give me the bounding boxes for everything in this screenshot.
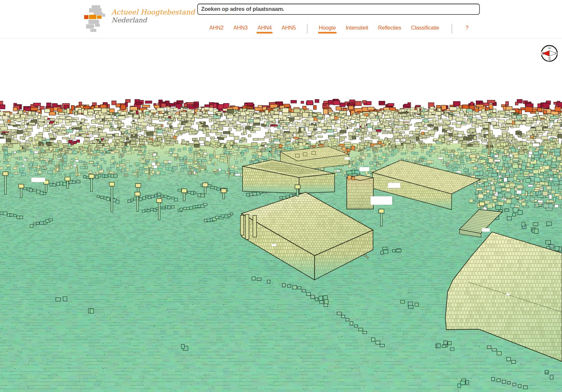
compass-label-e: E	[548, 47, 552, 49]
logo-text: Actueel Hoogtebestand Nederland	[111, 9, 195, 24]
tab-reflecties[interactable]: Reflecties	[378, 25, 401, 33]
tab-ahn4[interactable]: AHN4	[257, 25, 271, 33]
tab-ahn3[interactable]: AHN3	[233, 25, 247, 33]
logo-title: Actueel Hoogtebestand	[111, 9, 195, 16]
compass-needle-south	[550, 51, 557, 56]
compass-label-w: W	[548, 57, 552, 61]
main-nav: AHN2 AHN3 AHN4 AHN5 Hoogte Intensiteit R…	[209, 24, 468, 34]
nl-map-icon	[83, 4, 109, 34]
logo-subtitle: Nederland	[111, 16, 195, 24]
tab-ahn5[interactable]: AHN5	[282, 25, 296, 33]
app-header: Actueel Hoogtebestand Nederland AHN2 AHN…	[0, 0, 562, 38]
compass-needle-north	[542, 51, 550, 56]
nav-separator	[307, 24, 308, 34]
help-button[interactable]: ?	[465, 25, 468, 33]
pointcloud-canvas[interactable]	[0, 38, 562, 392]
tab-ahn2[interactable]: AHN2	[209, 25, 223, 33]
tab-classificatie[interactable]: Classificatie	[411, 25, 439, 33]
tab-intensiteit[interactable]: Intensiteit	[346, 25, 368, 33]
tab-hoogte[interactable]: Hoogte	[319, 25, 336, 33]
search-input[interactable]	[197, 4, 480, 15]
compass-widget[interactable]: N E S W	[540, 44, 559, 63]
app-logo[interactable]: Actueel Hoogtebestand Nederland	[83, 4, 195, 34]
nav-separator-2	[452, 24, 452, 34]
